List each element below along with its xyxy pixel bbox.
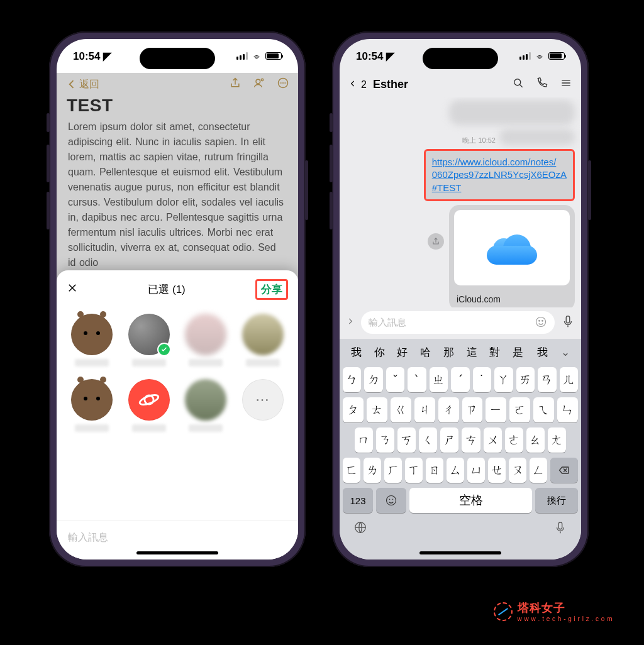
phone-left: 10:54 ◤ 返回 TEST Lorem ip (49, 31, 306, 567)
emoji-icon[interactable] (535, 316, 547, 330)
key[interactable]: ㄢ (538, 367, 556, 392)
friend-item[interactable] (240, 314, 286, 367)
key[interactable]: ㄒ (405, 458, 423, 483)
back-icon[interactable] (348, 78, 357, 91)
suggestion[interactable]: 好 (391, 343, 414, 362)
friend-item[interactable] (69, 379, 115, 432)
status-time: 10:54 (73, 50, 100, 62)
home-indicator[interactable] (419, 551, 501, 554)
chat-messages[interactable]: 晚上 10:52 https://www.icloud.com/notes/ 0… (340, 97, 581, 307)
key[interactable]: ㄥ (530, 458, 547, 483)
key[interactable]: ㄅ (343, 367, 361, 392)
home-indicator[interactable] (136, 551, 218, 554)
key[interactable]: ㄡ (509, 458, 526, 483)
emoji-key[interactable] (376, 488, 406, 513)
suggestion[interactable]: 對 (484, 343, 507, 362)
key[interactable]: ㄆ (343, 397, 364, 422)
shared-link-message[interactable]: https://www.icloud.com/notes/ 060Zpes97z… (424, 149, 575, 201)
key[interactable]: ㄋ (376, 427, 394, 453)
dictation-icon[interactable] (553, 521, 567, 537)
return-key[interactable]: 換行 (535, 488, 578, 513)
key[interactable]: ㄑ (419, 427, 437, 453)
friend-more[interactable]: ⋯ (240, 379, 286, 432)
globe-icon[interactable] (353, 521, 367, 537)
menu-icon[interactable] (560, 77, 572, 92)
friend-item[interactable] (69, 314, 115, 367)
chat-contact-name: Esther (373, 78, 408, 91)
suggestion[interactable]: 你 (368, 343, 391, 362)
key[interactable]: ㄊ (367, 397, 387, 422)
key[interactable]: ㄎ (397, 427, 416, 453)
key[interactable]: ㄞ (516, 367, 535, 392)
svg-rect-12 (566, 316, 570, 323)
suggestion-bar: 我 你 好 哈 那 這 對 是 我 ⌄ (340, 339, 581, 365)
battery-icon (265, 52, 282, 60)
message-input[interactable]: 輸入訊息 (361, 311, 555, 334)
message-blurred (499, 129, 575, 145)
friend-item[interactable] (183, 379, 229, 432)
icloud-icon (487, 231, 537, 265)
key[interactable]: ㄟ (533, 397, 554, 422)
key[interactable]: ㄘ (462, 427, 480, 453)
key[interactable]: ㄚ (494, 367, 513, 392)
link-preview-card[interactable]: iCloud.com (449, 205, 575, 307)
key-row-bottom: 123 空格 換行 (340, 485, 581, 518)
suggestion-expand-icon[interactable]: ⌄ (555, 343, 576, 361)
close-button[interactable] (67, 282, 78, 297)
key[interactable]: ㄧ (486, 397, 506, 422)
key[interactable]: ㄌ (364, 458, 381, 483)
key[interactable]: ㄣ (557, 397, 578, 422)
key[interactable]: ㄙ (447, 458, 464, 483)
key[interactable]: ㄜ (505, 427, 523, 453)
suggestion[interactable]: 哈 (414, 343, 437, 362)
suggestion[interactable]: 我 (345, 343, 368, 362)
key[interactable]: ㄇ (355, 427, 373, 453)
suggestion[interactable]: 這 (460, 343, 484, 362)
key[interactable]: ㄠ (526, 427, 545, 453)
numeric-key[interactable]: 123 (343, 488, 373, 513)
expand-icon[interactable] (346, 317, 355, 328)
avatar (185, 379, 226, 421)
avatar-brown (71, 314, 113, 355)
share-button[interactable]: 分享 (255, 279, 288, 300)
dynamic-island (140, 48, 215, 69)
friend-item[interactable] (183, 314, 229, 367)
location-arrow-icon: ◤ (103, 50, 111, 62)
key[interactable]: ㄗ (462, 397, 483, 422)
key[interactable]: ㄏ (384, 458, 402, 483)
suggestion[interactable]: 我 (530, 343, 555, 362)
suggestion[interactable]: 是 (506, 343, 530, 362)
call-icon[interactable] (536, 77, 548, 92)
key[interactable]: ㄨ (484, 427, 502, 453)
reshare-icon[interactable] (428, 233, 444, 250)
key[interactable]: ˋ (408, 367, 426, 392)
mic-icon[interactable] (561, 314, 575, 331)
dynamic-island (423, 48, 498, 69)
key[interactable]: ˙ (473, 367, 491, 392)
key[interactable]: ㄕ (440, 427, 458, 453)
suggestion[interactable]: 那 (437, 343, 460, 362)
key[interactable]: ㄩ (467, 458, 485, 483)
key[interactable]: ˇ (386, 367, 404, 392)
friend-item[interactable] (126, 379, 172, 432)
svg-point-11 (542, 320, 543, 321)
key[interactable]: ˊ (451, 367, 469, 392)
friend-item[interactable] (126, 314, 172, 367)
key[interactable]: ㄝ (488, 458, 506, 483)
space-key[interactable]: 空格 (409, 488, 532, 513)
key[interactable]: ㄈ (343, 458, 360, 483)
key[interactable]: ㄤ (548, 427, 566, 453)
key[interactable]: ㄓ (430, 367, 448, 392)
key[interactable]: ㄖ (426, 458, 443, 483)
key[interactable]: ㄐ (414, 397, 435, 422)
key[interactable]: ㄉ (364, 367, 382, 392)
key-row: ㄈ ㄌ ㄏ ㄒ ㄖ ㄙ ㄩ ㄝ ㄡ ㄥ (340, 455, 581, 485)
key[interactable]: ㄛ (509, 397, 530, 422)
backspace-key[interactable] (550, 458, 578, 483)
sheet-title: 已選 (1) (148, 282, 186, 297)
key[interactable]: ㄔ (438, 397, 459, 422)
search-icon[interactable] (512, 77, 525, 92)
key[interactable]: ㄍ (391, 397, 411, 422)
avatar (185, 314, 226, 355)
key[interactable]: ㄦ (560, 367, 578, 392)
